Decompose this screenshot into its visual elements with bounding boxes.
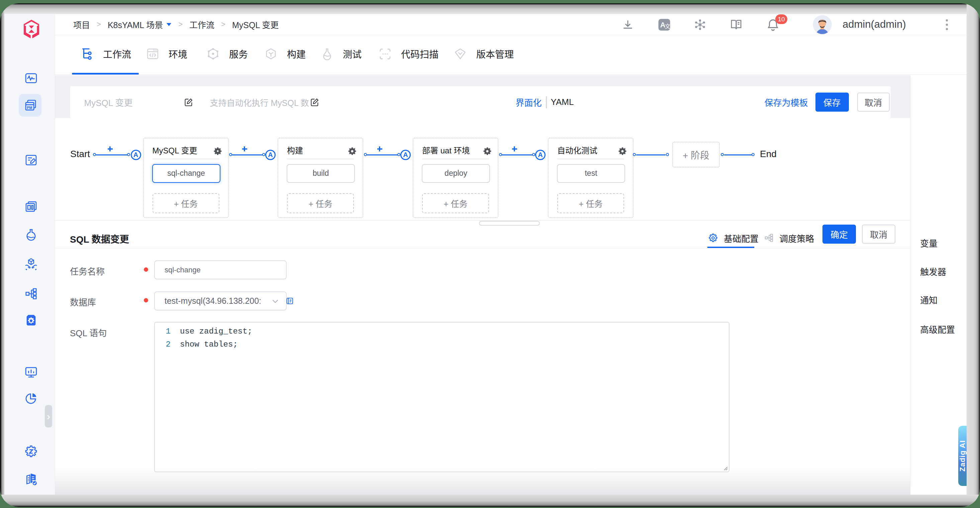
svg-text:文: 文 [665, 24, 671, 30]
svg-text:PM: PM [27, 106, 32, 110]
